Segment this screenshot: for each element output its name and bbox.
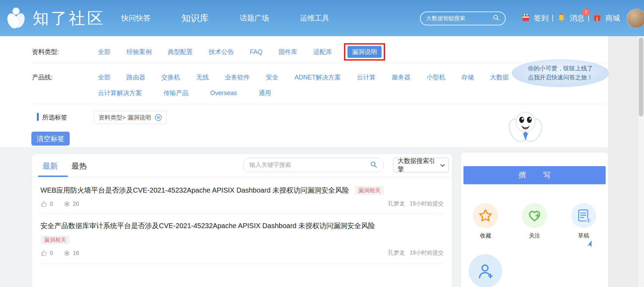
keyword-search-input[interactable] — [249, 161, 367, 169]
doc-type-option-tech-bulletin[interactable]: 技术公告 — [209, 48, 234, 56]
logo[interactable]: 知了社区 — [3, 5, 105, 32]
like-count: 0 — [50, 250, 53, 256]
page-gutter — [608, 36, 638, 287]
tab-latest[interactable]: 最新 — [43, 161, 58, 171]
thumb-up-icon[interactable] — [40, 201, 47, 208]
page: 知了社区 快问快答 知识库 话题广场 运维工具 — [0, 0, 644, 287]
product-option-overseas[interactable]: Overseas — [210, 88, 237, 98]
tab-hottest[interactable]: 最热 — [71, 161, 87, 171]
product-option-wireless[interactable]: 无线 — [196, 72, 209, 82]
product-option-transmission[interactable]: 传输产品 — [163, 88, 189, 98]
article-list: WEB应用防火墙平台是否涉及CVE-2021-45232Apache APISI… — [32, 186, 452, 264]
header-search-input[interactable] — [426, 15, 490, 22]
draft-document-icon — [571, 203, 596, 228]
product-option-general[interactable]: 通用 — [259, 88, 271, 98]
active-tab-underline — [38, 176, 68, 177]
annotation-red-box: 漏洞说明 — [344, 43, 385, 61]
doc-type-option-typical-config[interactable]: 典型配置 — [168, 48, 193, 56]
list-tabs-bar: 最新 最热 大数据搜索引擎 — [32, 154, 452, 177]
eye-icon — [63, 201, 70, 208]
article-title[interactable]: WEB应用防火墙平台是否涉及CVE-2021-45232Apache APISI… — [40, 186, 349, 195]
shortcut-drafts[interactable]: 草稿 — [559, 203, 608, 240]
shortcut-favorites[interactable]: 收藏 — [461, 203, 510, 240]
product-option-minicomputer[interactable]: 小型机 — [427, 72, 445, 82]
header-actions: 签到 消息 7 商 — [521, 0, 620, 36]
product-line-label: 产品线: — [32, 72, 98, 82]
divider — [40, 264, 444, 264]
article-author[interactable]: 孔梦龙 — [388, 249, 405, 257]
selected-tag-chip: 资料类型> 漏洞说明 — [94, 111, 167, 124]
article-time: 19小时前提交 — [409, 200, 444, 208]
selected-tag-text: 资料类型> 漏洞说明 — [99, 114, 151, 122]
sidebar-shortcuts: 收藏 关注 — [461, 203, 608, 240]
section-accent-bar — [37, 113, 39, 121]
keyword-search-box[interactable] — [243, 158, 384, 172]
doc-type-option-vulnerability-selected[interactable]: 漏洞说明 — [347, 46, 382, 58]
mall-link[interactable]: 商城 — [605, 13, 620, 23]
person-add-icon — [475, 261, 496, 281]
invite-friends-button[interactable] — [469, 254, 502, 287]
article-tag: 漏洞相关 — [40, 235, 70, 245]
product-option-bigdata[interactable]: 大数据 — [490, 72, 509, 82]
divider — [552, 15, 553, 22]
assistant-speech-bubble[interactable]: 你的小可爱，吱吱上线了 点我开启快速问答之旅！ — [512, 59, 609, 87]
thumb-up-icon[interactable] — [40, 250, 47, 257]
product-line-filter-row: 产品线: 全部 路由器 交换机 无线 业务软件 安全 ADNET解决方案 云计算… — [32, 72, 509, 98]
doc-type-option-firmware[interactable]: 固件库 — [278, 48, 297, 56]
selected-tags-label: 所选标签 — [42, 113, 67, 122]
mascot-cicada[interactable] — [505, 109, 546, 149]
logo-text: 知了社区 — [33, 8, 105, 29]
doc-type-option-all[interactable]: 全部 — [98, 48, 110, 56]
search-icon[interactable] — [370, 161, 378, 170]
product-option-all[interactable]: 全部 — [98, 72, 110, 82]
calendar-icon — [521, 13, 530, 23]
doc-type-option-cases[interactable]: 经验案例 — [127, 48, 152, 56]
bell-icon — [557, 13, 566, 23]
article-title[interactable]: 安全产品数据库审计系统平台是否涉及CVE-2021-45232Apache AP… — [40, 221, 375, 231]
user-avatar[interactable] — [627, 9, 644, 28]
product-option-switch[interactable]: 交换机 — [161, 72, 180, 82]
product-option-router[interactable]: 路由器 — [127, 72, 145, 82]
nav-topic-square[interactable]: 话题广场 — [240, 13, 269, 23]
scrollbar-thumb[interactable] — [639, 38, 643, 116]
message-count-badge: 7 — [582, 8, 590, 16]
product-option-cloud[interactable]: 云计算 — [357, 72, 376, 82]
product-option-server[interactable]: 服务器 — [392, 72, 411, 82]
article-list-panel: 最新 最热 大数据搜索引擎 — [32, 154, 452, 287]
article-tag: 漏洞相关 — [355, 186, 384, 195]
check-in-link[interactable]: 签到 — [534, 13, 549, 23]
doc-type-option-adapter[interactable]: 适配库 — [313, 48, 332, 56]
view-count: 16 — [73, 250, 79, 256]
doc-type-option-faq[interactable]: FAQ — [250, 48, 262, 56]
product-option-cloud-solution[interactable]: 云计算解决方案 — [98, 88, 142, 98]
nav-quick-qa[interactable]: 快问快答 — [121, 13, 151, 23]
top-navbar: 知了社区 快问快答 知识库 话题广场 运维工具 — [0, 0, 644, 36]
remove-tag-icon[interactable] — [155, 114, 162, 121]
clear-tags-button[interactable]: 清空标签 — [31, 132, 70, 146]
chevron-down-icon — [440, 163, 445, 168]
article-row: 安全产品数据库审计系统平台是否涉及CVE-2021-45232Apache AP… — [40, 221, 444, 264]
heart-plus-icon — [522, 203, 547, 228]
nav-knowledge-base[interactable]: 知识库 — [182, 12, 209, 24]
product-option-security[interactable]: 安全 — [266, 72, 278, 82]
product-option-business-software[interactable]: 业务软件 — [225, 72, 250, 82]
article-author[interactable]: 孔梦龙 — [388, 200, 405, 208]
search-engine-select[interactable]: 大数据搜索引擎 — [393, 158, 449, 172]
view-count: 20 — [73, 201, 79, 207]
header-search-box[interactable] — [420, 11, 506, 25]
product-option-storage[interactable]: 存储 — [461, 72, 474, 82]
shortcut-follows[interactable]: 关注 — [510, 203, 559, 240]
doc-type-label: 资料类型: — [32, 48, 98, 56]
messages-link[interactable]: 消息 7 — [570, 13, 584, 23]
search-icon[interactable] — [492, 14, 500, 23]
nav-ops-tools[interactable]: 运维工具 — [300, 13, 329, 23]
eye-icon — [63, 250, 70, 257]
divider — [588, 15, 589, 22]
cicada-logo-icon — [3, 5, 29, 32]
user-sidebar-panel: 撰 写 收藏 关注 — [461, 153, 608, 287]
divider — [40, 214, 444, 214]
product-option-adnet[interactable]: ADNET解决方案 — [294, 72, 341, 82]
divider — [32, 104, 606, 104]
bubble-line1: 你的小可爱，吱吱上线了 — [528, 64, 593, 73]
write-button[interactable]: 撰 写 — [463, 166, 606, 184]
